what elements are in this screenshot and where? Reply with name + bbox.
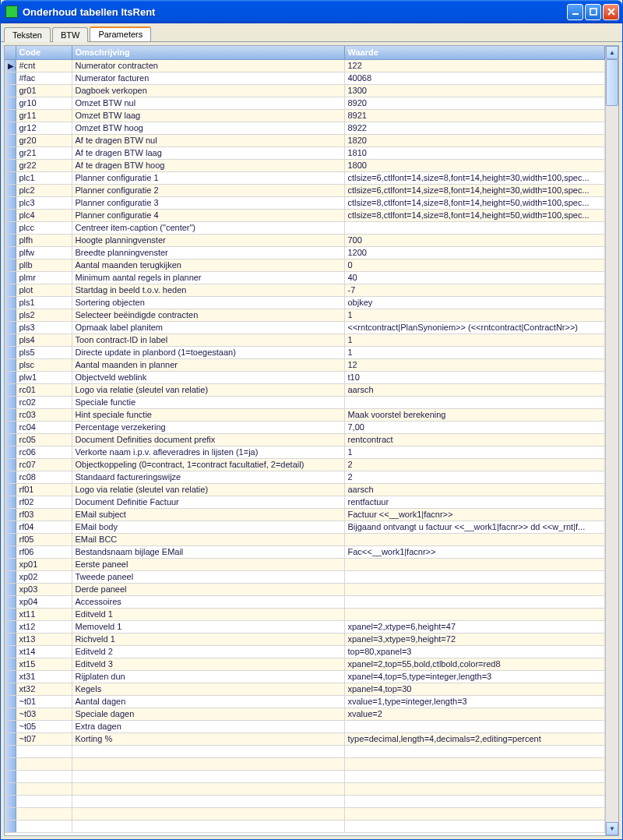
cell-desc[interactable]: Logo via relatie (sleutel van relatie) (72, 483, 344, 496)
cell-desc[interactable]: Bestandsnaam bijlage EMail (72, 545, 344, 558)
cell-code[interactable]: plw1 (16, 371, 72, 383)
cell-value[interactable]: 2 (344, 458, 605, 471)
cell-desc[interactable]: Hint speciale functie (72, 408, 344, 421)
cell-value[interactable]: rentfactuur (344, 496, 605, 508)
cell-desc[interactable]: Numerator contracten (72, 59, 344, 72)
cell-code[interactable]: plc2 (16, 184, 72, 196)
cell-code[interactable]: plfh (16, 234, 72, 246)
cell-desc[interactable]: Richveld 1 (72, 633, 344, 645)
table-row[interactable]: xt12Memoveld 1xpanel=2,xtype=6,height=47 (5, 620, 605, 633)
table-row[interactable]: rc08Standaard factureringswijze2 (5, 471, 605, 483)
cell-code[interactable]: xt15 (16, 658, 72, 670)
cell-value[interactable] (344, 795, 605, 807)
cell-desc[interactable]: Omzet BTW laag (72, 109, 344, 122)
cell-value[interactable] (344, 720, 605, 732)
cell-desc[interactable]: Editveld 2 (72, 645, 344, 658)
table-row[interactable]: gr21Af te dragen BTW laag1810 (5, 146, 605, 159)
cell-code[interactable]: gr20 (16, 134, 72, 146)
cell-value[interactable]: -7 (344, 284, 605, 296)
cell-code[interactable]: rc08 (16, 471, 72, 483)
cell-value[interactable] (344, 583, 605, 595)
cell-code[interactable] (16, 782, 72, 795)
cell-code[interactable]: xt13 (16, 633, 72, 645)
cell-desc[interactable]: Extra dagen (72, 720, 344, 732)
header-indicator[interactable] (5, 46, 16, 59)
table-row[interactable]: pls2Selecteer beëindigde contracten1 (5, 309, 605, 321)
minimize-button[interactable] (567, 4, 583, 20)
scroll-track[interactable] (606, 59, 618, 822)
cell-desc[interactable]: Editveld 1 (72, 608, 344, 620)
cell-value[interactable]: ctlsize=6,ctlfont=14,size=8,font=14,heig… (344, 171, 605, 184)
cell-value[interactable]: type=decimal,length=4,decimals=2,editing… (344, 732, 605, 745)
table-row[interactable]: gr20Af te dragen BTW nul1820 (5, 134, 605, 146)
cell-value[interactable]: 1800 (344, 159, 605, 171)
table-row[interactable]: plfwBreedte planningvenster1200 (5, 246, 605, 259)
cell-value[interactable] (344, 807, 605, 820)
cell-desc[interactable]: Sortering objecten (72, 296, 344, 309)
cell-code[interactable]: rc03 (16, 408, 72, 421)
cell-code[interactable]: rf04 (16, 521, 72, 533)
cell-value[interactable] (344, 770, 605, 782)
cell-desc[interactable]: Opmaak label planitem (72, 321, 344, 334)
cell-desc[interactable]: Planner configuratie 1 (72, 171, 344, 184)
cell-desc[interactable]: Speciale dagen (72, 708, 344, 720)
cell-code[interactable] (16, 820, 72, 832)
cell-code[interactable]: rc05 (16, 433, 72, 446)
table-row[interactable]: xp03Derde paneel (5, 583, 605, 595)
cell-desc[interactable]: Af te dragen BTW nul (72, 134, 344, 146)
cell-code[interactable]: pls2 (16, 309, 72, 321)
table-row[interactable]: gr11Omzet BTW laag8921 (5, 109, 605, 122)
cell-desc[interactable]: Af te dragen BTW laag (72, 146, 344, 159)
table-row[interactable]: plfhHoogte planningvenster700 (5, 234, 605, 246)
cell-value[interactable]: 8922 (344, 122, 605, 134)
cell-desc[interactable]: Hoogte planningvenster (72, 234, 344, 246)
table-row[interactable]: rf01Logo via relatie (sleutel van relati… (5, 483, 605, 496)
cell-code[interactable]: rc04 (16, 421, 72, 433)
cell-code[interactable]: gr01 (16, 84, 72, 97)
cell-desc[interactable]: Percentage verzekering (72, 421, 344, 433)
scroll-down-button[interactable]: ▼ (606, 822, 618, 835)
cell-code[interactable]: gr12 (16, 122, 72, 134)
cell-desc[interactable]: Standaard factureringswijze (72, 471, 344, 483)
table-row[interactable]: rf06Bestandsnaam bijlage EMailFac<<__wor… (5, 545, 605, 558)
cell-desc[interactable]: Dagboek verkopen (72, 84, 344, 97)
cell-code[interactable]: rf06 (16, 545, 72, 558)
table-row[interactable]: rc05Document Definities document prefixr… (5, 433, 605, 446)
cell-desc[interactable]: Derde paneel (72, 583, 344, 595)
cell-value[interactable]: aarsch (344, 383, 605, 396)
cell-value[interactable]: ctlsize=8,ctlfont=14,size=8,font=14,heig… (344, 209, 605, 221)
cell-code[interactable]: #cnt (16, 59, 72, 72)
cell-desc[interactable]: Toon contract-ID in label (72, 334, 344, 346)
cell-value[interactable]: Maak voorstel berekening (344, 408, 605, 421)
cell-value[interactable]: 1 (344, 334, 605, 346)
cell-value[interactable]: Factuur <<__work1|facnr>> (344, 508, 605, 521)
scroll-thumb[interactable] (606, 59, 618, 106)
scroll-up-button[interactable]: ▲ (606, 46, 618, 59)
cell-value[interactable]: ctlsize=6,ctlfont=14,size=8,font=14,heig… (344, 184, 605, 196)
table-row[interactable]: ~t07Korting %type=decimal,length=4,decim… (5, 732, 605, 745)
table-row[interactable]: xt15Editveld 3xpanel=2,top=55,bold,ctlbo… (5, 658, 605, 670)
cell-code[interactable]: plc4 (16, 209, 72, 221)
cell-code[interactable]: rf01 (16, 483, 72, 496)
cell-desc[interactable]: Accessoires (72, 595, 344, 608)
cell-desc[interactable]: Centreer item-caption ("center") (72, 221, 344, 234)
table-row[interactable]: xt31Rijplaten dunxpanel=4,top=5,type=int… (5, 670, 605, 683)
cell-code[interactable]: xt14 (16, 645, 72, 658)
table-row[interactable]: ~t05Extra dagen (5, 720, 605, 732)
cell-desc[interactable]: Tweede paneel (72, 570, 344, 583)
cell-code[interactable]: ~t03 (16, 708, 72, 720)
close-button[interactable] (603, 4, 619, 20)
cell-code[interactable]: plsc (16, 358, 72, 371)
cell-value[interactable]: 1300 (344, 84, 605, 97)
cell-code[interactable]: rc07 (16, 458, 72, 471)
table-row[interactable]: ~t01Aantal dagenxvalue=1,type=integer,le… (5, 695, 605, 708)
cell-value[interactable] (344, 782, 605, 795)
table-row[interactable]: plc1Planner configuratie 1ctlsize=6,ctlf… (5, 171, 605, 184)
cell-value[interactable] (344, 558, 605, 570)
cell-code[interactable]: pllb (16, 259, 72, 271)
table-row[interactable]: xt32Kegelsxpanel=4,top=30 (5, 683, 605, 695)
cell-value[interactable]: t10 (344, 371, 605, 383)
cell-desc[interactable]: Objectveld weblink (72, 371, 344, 383)
cell-code[interactable]: pls3 (16, 321, 72, 334)
table-row[interactable]: plc4Planner configuratie 4ctlsize=8,ctlf… (5, 209, 605, 221)
